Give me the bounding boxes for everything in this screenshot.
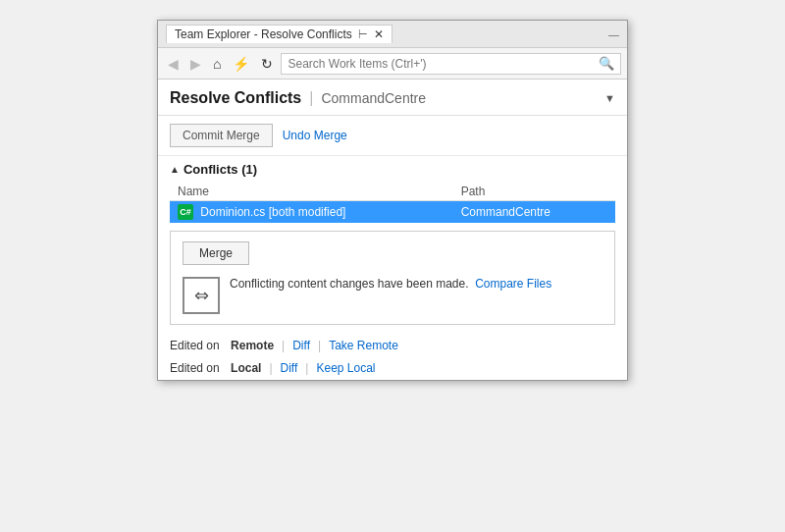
conflict-text: Conflicting content changes have been ma… — [230, 275, 551, 293]
file-cell: C# Dominion.cs [both modified] — [170, 201, 453, 224]
conflict-message: Conflicting content changes have been ma… — [230, 277, 469, 291]
forward-button[interactable]: ▶ — [186, 54, 205, 74]
col-name-header: Name — [170, 183, 453, 201]
remote-line: Edited on Remote | Diff | Take Remote — [170, 335, 615, 357]
title-bar-tab[interactable]: Team Explorer - Resolve Conflicts ⊢ ✕ — [166, 25, 392, 43]
search-box[interactable]: 🔍 — [281, 53, 621, 75]
search-icon: 🔍 — [599, 56, 614, 71]
edited-remote-label: Edited on — [170, 335, 220, 357]
diff-local-link[interactable]: Diff — [281, 357, 298, 380]
edited-local-label: Edited on — [170, 357, 220, 380]
keep-local-link[interactable]: Keep Local — [316, 357, 375, 380]
tab-title: Team Explorer - Resolve Conflicts — [175, 27, 352, 41]
plugin-button[interactable]: ⚡ — [229, 54, 253, 74]
home-button[interactable]: ⌂ — [209, 54, 225, 74]
conflict-detail-panel: Merge ⇔ Conflicting content changes have… — [170, 231, 615, 325]
conflicts-section: ▲ Conflicts (1) Name Path C# Dominion.cs… — [158, 156, 627, 231]
refresh-button[interactable]: ↻ — [257, 54, 277, 74]
close-icon[interactable]: ✕ — [374, 27, 384, 41]
conflicts-table: Name Path C# Dominion.cs [both modified]… — [170, 183, 615, 223]
page-header: Resolve Conflicts | CommandCentre ▼ — [158, 80, 627, 116]
collapse-icon[interactable]: ▲ — [170, 164, 180, 175]
path-cell: CommandCentre — [453, 201, 615, 224]
back-button[interactable]: ◀ — [164, 54, 183, 74]
remote-bold: Remote — [231, 335, 274, 357]
merge-icon-symbol: ⇔ — [194, 285, 209, 306]
pipe-2: | — [318, 335, 321, 357]
title-bar-left: Team Explorer - Resolve Conflicts ⊢ ✕ — [166, 25, 392, 43]
title-bar: Team Explorer - Resolve Conflicts ⊢ ✕ — — [158, 21, 627, 48]
main-window: Team Explorer - Resolve Conflicts ⊢ ✕ — … — [157, 20, 628, 381]
pipe-3: | — [269, 357, 272, 380]
merge-button[interactable]: Merge — [183, 241, 249, 265]
page-header-left: Resolve Conflicts | CommandCentre — [170, 89, 426, 107]
take-remote-link[interactable]: Take Remote — [329, 335, 398, 357]
page-title: Resolve Conflicts — [170, 89, 301, 107]
toolbar: ◀ ▶ ⌂ ⚡ ↻ 🔍 — [158, 48, 627, 80]
conflict-info: ⇔ Conflicting content changes have been … — [183, 275, 602, 314]
local-bold: Local — [231, 357, 261, 380]
undo-merge-link[interactable]: Undo Merge — [283, 129, 347, 142]
csharp-icon: C# — [178, 204, 193, 220]
local-line: Edited on Local | Diff | Keep Local — [170, 357, 615, 380]
compare-files-link[interactable]: Compare Files — [475, 277, 551, 291]
table-row[interactable]: C# Dominion.cs [both modified] CommandCe… — [170, 201, 615, 224]
search-input[interactable] — [288, 57, 599, 71]
window-controls: — — [608, 28, 619, 40]
filename-label: Dominion.cs [both modified] — [200, 205, 345, 219]
conflicts-title: Conflicts (1) — [183, 162, 257, 177]
pin-icon[interactable]: ⊢ — [358, 28, 368, 41]
header-separator: | — [309, 89, 313, 107]
header-subtitle: CommandCentre — [321, 90, 426, 106]
col-path-header: Path — [453, 183, 615, 201]
conflicts-header: ▲ Conflicts (1) — [170, 162, 615, 177]
commit-merge-button[interactable]: Commit Merge — [170, 124, 273, 147]
merge-icon: ⇔ — [183, 277, 220, 314]
dropdown-arrow-icon[interactable]: ▼ — [604, 92, 615, 104]
action-bar: Commit Merge Undo Merge — [158, 116, 627, 156]
diff-remote-link[interactable]: Diff — [292, 335, 310, 357]
pipe-1: | — [282, 335, 285, 357]
edit-lines: Edited on Remote | Diff | Take Remote Ed… — [170, 335, 615, 380]
pipe-4: | — [305, 357, 308, 380]
